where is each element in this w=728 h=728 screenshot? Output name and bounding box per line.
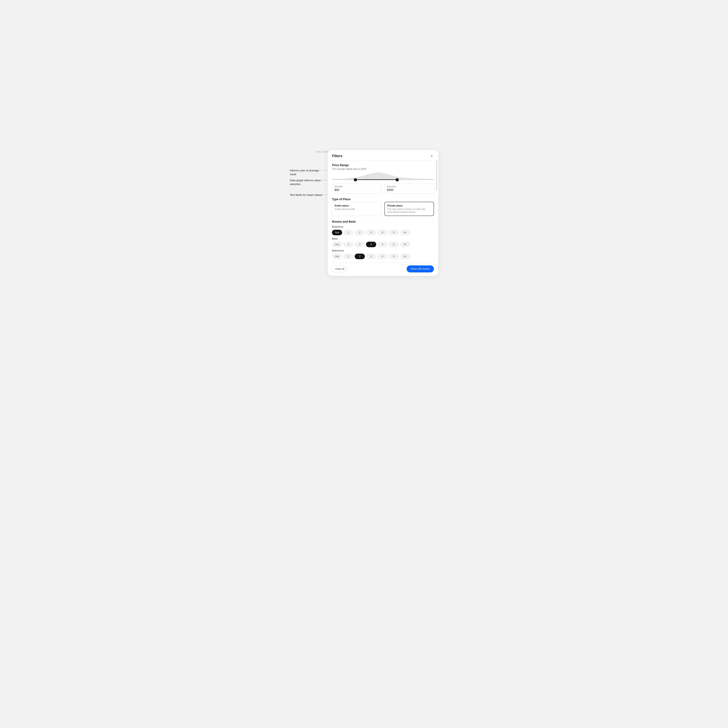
histogram-bar bbox=[363, 176, 364, 179]
annotation-average: Informs user of average vaule bbox=[290, 168, 326, 176]
show-results-button[interactable]: Show 165 homes bbox=[407, 265, 434, 272]
histogram-bar bbox=[348, 178, 350, 179]
histogram-bar bbox=[412, 178, 413, 179]
count-pill[interactable]: 4 bbox=[378, 230, 388, 235]
min-price-field[interactable]: Min price $60 bbox=[332, 184, 381, 194]
min-price-label: Min price bbox=[335, 185, 379, 188]
price-histogram bbox=[332, 172, 434, 179]
close-icon[interactable]: × bbox=[429, 153, 434, 158]
count-pill[interactable]: 2 bbox=[355, 242, 365, 247]
count-pill[interactable]: 6+ bbox=[400, 254, 410, 259]
stage: Informs user of average vaule Data graph… bbox=[290, 150, 438, 158]
count-pill[interactable]: 6+ bbox=[400, 242, 410, 247]
type-of-place-section: Type of Place Entire placeA place all to… bbox=[327, 195, 438, 217]
histogram-bar bbox=[367, 174, 369, 179]
scrollbar[interactable] bbox=[436, 160, 437, 191]
count-pill[interactable]: 3 bbox=[366, 242, 376, 247]
histogram-bar bbox=[404, 178, 405, 179]
count-pill[interactable]: Any bbox=[332, 254, 342, 259]
histogram-bar bbox=[375, 173, 377, 179]
histogram-bar bbox=[373, 173, 375, 179]
price-range-title: Price Range bbox=[332, 164, 434, 167]
histogram-bar bbox=[408, 178, 410, 179]
histogram-bar bbox=[391, 176, 393, 179]
rooms-group-label: Bathrooms bbox=[332, 249, 434, 252]
place-option-desc: Your own room in a home or a hotel, plus… bbox=[387, 208, 431, 213]
rooms-beds-section: Rooms and Beds BedroomsAny123456+BedsAny… bbox=[327, 217, 438, 260]
histogram-bar bbox=[371, 174, 373, 179]
annotation-graph: Data graph informs value selection bbox=[290, 179, 326, 186]
slider-handle-min[interactable] bbox=[354, 178, 357, 181]
histogram-bar bbox=[389, 175, 391, 179]
pill-row: Any123456+ bbox=[332, 242, 434, 247]
count-pill[interactable]: 6+ bbox=[400, 230, 410, 235]
count-pill[interactable]: 5 bbox=[389, 230, 399, 235]
count-pill[interactable]: 2 bbox=[355, 254, 365, 259]
price-range-section: Price Range The average nightly price is… bbox=[327, 161, 438, 195]
place-options: Entire placeA place all to yourselfPriva… bbox=[332, 202, 434, 216]
max-price-value: $360 bbox=[387, 188, 431, 192]
count-pill[interactable]: 1 bbox=[343, 254, 353, 259]
rooms-beds-title: Rooms and Beds bbox=[332, 220, 434, 223]
count-pill[interactable]: 2 bbox=[355, 230, 365, 235]
count-pill[interactable]: 4 bbox=[378, 242, 388, 247]
modal-header: Filters × bbox=[327, 150, 438, 161]
min-price-value: $60 bbox=[335, 188, 379, 192]
histogram-bar bbox=[387, 174, 389, 179]
histogram-bar bbox=[385, 174, 387, 179]
place-option-entire[interactable]: Entire placeA place all to yourself bbox=[332, 202, 381, 216]
price-inputs: Min price $60 Max price $360 bbox=[332, 184, 434, 194]
count-pill[interactable]: 4 bbox=[378, 254, 388, 259]
place-option-desc: A place all to yourself bbox=[335, 208, 379, 211]
count-pill[interactable]: 5 bbox=[389, 254, 399, 259]
place-option-title: Entire place bbox=[335, 204, 379, 207]
count-pill[interactable]: 3 bbox=[366, 254, 376, 259]
histogram-bar bbox=[361, 176, 362, 179]
histogram-bar bbox=[350, 178, 352, 179]
price-range-subtitle: The average nightly price is $180 bbox=[332, 168, 434, 170]
histogram-bar bbox=[381, 173, 383, 179]
max-price-field[interactable]: Max price $360 bbox=[384, 184, 434, 194]
histogram-bar bbox=[346, 178, 348, 179]
place-option-title: Private place bbox=[387, 204, 431, 207]
count-pill[interactable]: Any bbox=[332, 230, 342, 235]
price-histogram-slider[interactable] bbox=[332, 172, 434, 180]
count-pill[interactable]: 1 bbox=[343, 230, 353, 235]
modal-footer: Clear all Show 165 homes bbox=[327, 263, 438, 272]
histogram-bar bbox=[406, 178, 407, 179]
count-pill[interactable]: Any bbox=[332, 242, 342, 247]
count-pill[interactable]: 1 bbox=[343, 242, 353, 247]
pill-row: Any123456+ bbox=[332, 254, 434, 259]
clear-all-button[interactable]: Clear all bbox=[332, 266, 348, 272]
filters-modal: Filters × Price Range The average nightl… bbox=[327, 150, 438, 276]
histogram-bar bbox=[379, 173, 381, 179]
slider-track-fill bbox=[355, 179, 397, 180]
histogram-bar bbox=[402, 177, 403, 179]
max-price-label: Max price bbox=[387, 185, 431, 188]
histogram-bar bbox=[393, 176, 395, 179]
histogram-bar bbox=[369, 174, 370, 179]
place-option-private[interactable]: Private placeYour own room in a home or … bbox=[384, 202, 434, 216]
histogram-bar bbox=[410, 178, 411, 179]
count-pill[interactable]: 3 bbox=[366, 230, 376, 235]
annotation-textfields: Text fields for exact values bbox=[290, 193, 326, 197]
histogram-bar bbox=[399, 177, 401, 179]
histogram-bar bbox=[359, 177, 360, 179]
slider-handle-max[interactable] bbox=[396, 178, 399, 181]
count-pill[interactable]: 5 bbox=[389, 242, 399, 247]
histogram-bar bbox=[365, 175, 367, 179]
type-of-place-title: Type of Place bbox=[332, 197, 434, 201]
pill-row: Any123456+ bbox=[332, 230, 434, 235]
histogram-bar bbox=[377, 172, 379, 179]
histogram-bar bbox=[383, 173, 385, 179]
rooms-group-label: Beds bbox=[332, 237, 434, 240]
rooms-group-label: Bedrooms bbox=[332, 225, 434, 228]
modal-title: Filters bbox=[332, 154, 343, 158]
